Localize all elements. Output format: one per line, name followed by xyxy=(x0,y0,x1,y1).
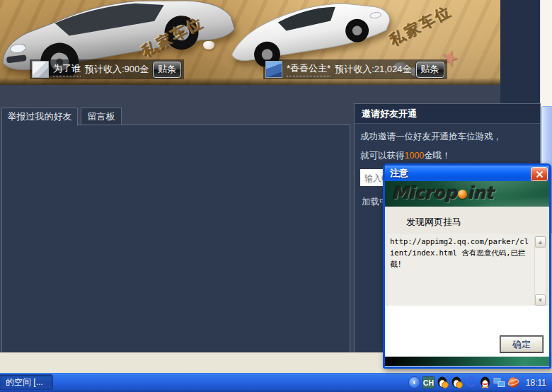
invite-text-line2: 就可以获得1000金哦！ xyxy=(360,150,534,162)
qq-penguin-icon[interactable] xyxy=(479,376,491,388)
player-income: 预计收入:21,024金 xyxy=(335,63,411,76)
system-tray: ‹ CH xyxy=(408,373,546,392)
post-ticket-button[interactable]: 贴条 xyxy=(416,62,444,78)
micropoint-logo: Micropint xyxy=(392,183,494,203)
invite-text-line1: 成功邀请一位好友开通抢车位游戏， xyxy=(360,131,534,143)
logo-orange-ball-icon xyxy=(458,190,467,199)
tray-collapse-chevron-icon[interactable]: ‹ xyxy=(408,376,420,388)
post-ticket-button[interactable]: 贴条 xyxy=(153,62,181,78)
player-name-link[interactable]: 为了谁 xyxy=(53,62,81,76)
tab-reported-friends[interactable]: 举报过我的好友 xyxy=(1,108,78,126)
invite-line2-suffix: 金哦！ xyxy=(424,151,451,161)
browser-globe-icon[interactable] xyxy=(507,376,519,388)
micropoint-alert-dialog: 注意 Micropint 发现网页挂马 http://appimg2.qq.co… xyxy=(383,163,551,369)
player-name-link[interactable]: *香香公主* xyxy=(287,62,330,76)
tab-message-board[interactable]: 留言板 xyxy=(81,108,122,126)
shell-decoration xyxy=(203,41,214,50)
qq-coin-icon[interactable] xyxy=(437,376,449,388)
language-indicator[interactable]: CH xyxy=(422,376,435,388)
player-avatar[interactable] xyxy=(265,61,282,78)
dialog-content: 发现网页挂马 http://appimg2.qq.com/parker/clie… xyxy=(385,207,549,306)
taskbar-clock: 18:11 xyxy=(526,378,546,388)
dialog-titlebar[interactable]: 注意 xyxy=(385,166,549,181)
micropoint-logo-banner: Micropint xyxy=(385,181,549,207)
taskbar: 的空间 [... ‹ CH xyxy=(0,373,552,392)
logo-text-right: int xyxy=(468,183,494,203)
player-avatar[interactable] xyxy=(32,61,49,78)
dialog-bottom-strip xyxy=(385,357,549,366)
logo-text-left: Microp xyxy=(392,183,457,203)
qq-coin-icon[interactable] xyxy=(451,376,463,388)
white-sports-car-image xyxy=(221,0,399,67)
scroll-down-icon[interactable]: ▼ xyxy=(535,294,546,306)
xuanfeng-swirl-icon[interactable] xyxy=(465,376,477,388)
friends-content-area xyxy=(1,125,350,354)
ok-button[interactable]: 确定 xyxy=(500,336,543,352)
network-icon[interactable] xyxy=(493,376,505,388)
alert-message-box: http://appimg2.qq.com/parker/client/inde… xyxy=(388,234,546,308)
taskbar-window-button[interactable]: 的空间 [... xyxy=(0,374,53,390)
invite-panel-title: 邀请好友开通 xyxy=(355,104,540,124)
player-row: *香香公主* 预计收入:21,024金 贴条 xyxy=(263,59,447,79)
player-row: 为了谁 预计收入:900金 贴条 xyxy=(30,59,184,79)
player-income: 预计收入:900金 xyxy=(85,63,149,76)
scroll-up-icon[interactable]: ▲ xyxy=(535,236,546,248)
game-banner: 私家车位 私家车位 ★ 为了谁 预计收入:900金 贴条 *香香公主* 预计收入… xyxy=(0,0,500,85)
dialog-title: 注意 xyxy=(390,168,408,178)
invite-reward-amount: 1000 xyxy=(405,151,425,161)
alert-heading: 发现网页挂马 xyxy=(385,207,549,234)
message-scrollbar[interactable]: ▲ ▼ xyxy=(534,236,546,306)
close-icon[interactable] xyxy=(531,167,548,181)
invite-line2-prefix: 就可以获得 xyxy=(360,151,405,161)
dialog-footer: 确定 xyxy=(385,306,549,357)
alert-message-text: http://appimg2.qq.com/parker/client/inde… xyxy=(388,234,546,270)
